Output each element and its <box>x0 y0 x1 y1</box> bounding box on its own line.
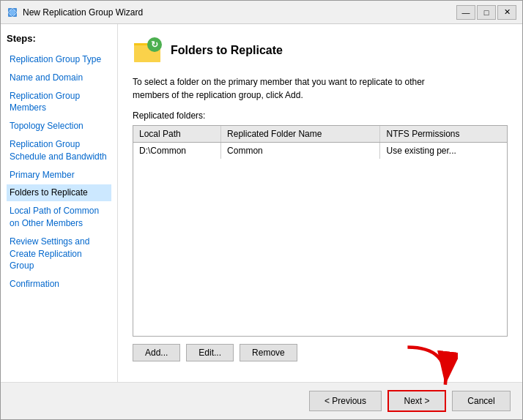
title-bar-title: New Replication Group Wizard <box>23 7 456 18</box>
cell-replicated-folder-name: Common <box>221 143 380 160</box>
maximize-button[interactable]: □ <box>477 5 496 20</box>
sidebar-item-topology-selection[interactable]: Topology Selection <box>7 118 111 135</box>
close-button[interactable]: ✕ <box>497 5 516 20</box>
cell-ntfs-permissions: Use existing per... <box>380 143 507 160</box>
replicated-folders-table: Local Path Replicated Folder Name NTFS P… <box>133 126 507 159</box>
footer: < Previous Next > Cancel <box>1 382 522 419</box>
table-header: Local Path Replicated Folder Name NTFS P… <box>133 126 507 143</box>
title-bar-controls: — □ ✕ <box>456 5 516 20</box>
sidebar-items-container: Replication Group TypeName and DomainRep… <box>7 51 111 293</box>
sidebar-item-name-and-domain[interactable]: Name and Domain <box>7 70 111 86</box>
section-label: Replicated folders: <box>133 110 508 121</box>
table-actions: Add... Edit... Remove <box>133 344 508 361</box>
minimize-button[interactable]: — <box>456 5 475 20</box>
col-replicated-folder-name: Replicated Folder Name <box>221 126 380 143</box>
page-header-icon: ↻ <box>133 36 162 65</box>
description-line1: To select a folder on the primary member… <box>133 77 425 87</box>
wizard-window: New Replication Group Wizard — □ ✕ Steps… <box>0 0 523 420</box>
sidebar-item-local-path[interactable]: Local Path of Common on Other Members <box>7 203 111 232</box>
sidebar-item-review-settings[interactable]: Review Settings and Create Replication G… <box>7 233 111 274</box>
previous-button[interactable]: < Previous <box>309 391 382 411</box>
sidebar: Steps: Replication Group TypeName and Do… <box>1 24 118 382</box>
remove-button[interactable]: Remove <box>240 344 297 361</box>
table-header-row: Local Path Replicated Folder Name NTFS P… <box>133 126 507 143</box>
description: To select a folder on the primary member… <box>133 75 508 102</box>
next-button[interactable]: Next > <box>387 390 446 412</box>
sidebar-item-replication-group-members[interactable]: Replication Group Members <box>7 88 111 117</box>
table-row[interactable]: D:\CommonCommonUse existing per... <box>133 143 507 160</box>
svg-text:↻: ↻ <box>151 40 158 50</box>
page-header: ↻ Folders to Replicate <box>133 36 508 65</box>
table-body: D:\CommonCommonUse existing per... <box>133 143 507 160</box>
sidebar-title: Steps: <box>7 33 111 44</box>
sidebar-item-primary-member[interactable]: Primary Member <box>7 167 111 184</box>
description-line2: members of the replication group, click … <box>133 90 303 100</box>
add-button[interactable]: Add... <box>133 344 180 361</box>
main-panel: ↻ Folders to Replicate To select a folde… <box>118 24 522 382</box>
title-bar-icon <box>7 7 18 18</box>
cancel-button[interactable]: Cancel <box>452 391 511 411</box>
sidebar-item-confirmation[interactable]: Confirmation <box>7 276 111 293</box>
content-area: Steps: Replication Group TypeName and Do… <box>1 24 522 382</box>
sidebar-item-replication-group-schedule[interactable]: Replication Group Schedule and Bandwidth <box>7 136 111 165</box>
col-ntfs-permissions: NTFS Permissions <box>380 126 507 143</box>
title-bar: New Replication Group Wizard — □ ✕ <box>1 1 522 24</box>
sidebar-item-folders-to-replicate: Folders to Replicate <box>7 184 111 201</box>
edit-button[interactable]: Edit... <box>186 344 234 361</box>
sidebar-item-replication-group-type[interactable]: Replication Group Type <box>7 51 111 68</box>
cell-local-path: D:\Common <box>133 143 221 160</box>
replicated-folders-table-container: Local Path Replicated Folder Name NTFS P… <box>133 125 508 337</box>
col-local-path: Local Path <box>133 126 221 143</box>
page-title: Folders to Replicate <box>171 44 283 57</box>
